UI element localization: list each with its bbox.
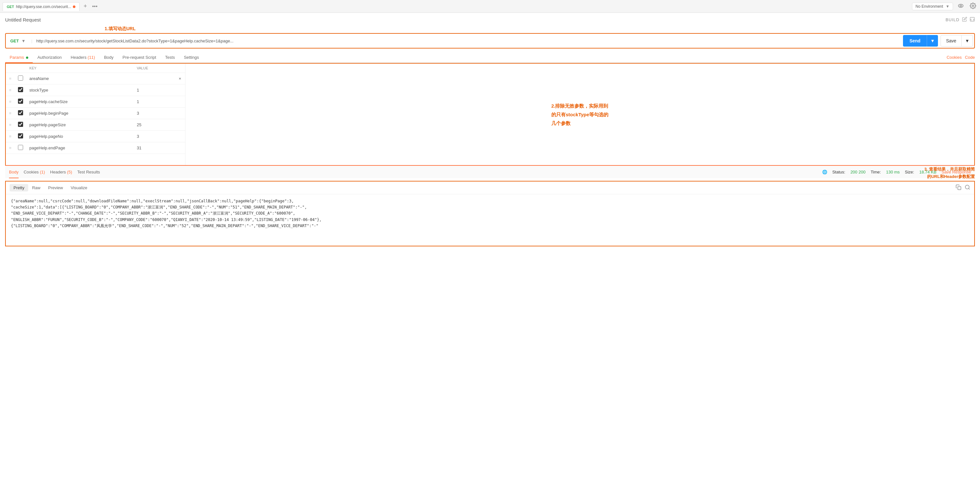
table-row: ≡ areaName × [6,73,185,85]
save-dropdown-arrow[interactable]: ▼ [961,35,973,46]
param-checkbox[interactable] [18,75,23,81]
drag-handle[interactable]: ≡ [6,131,15,142]
send-dropdown-arrow[interactable]: ▼ [927,35,938,46]
param-key[interactable]: pageHelp.cacheSize [26,96,134,108]
param-delete[interactable] [175,142,185,154]
param-checkbox-cell[interactable] [15,142,26,154]
param-value[interactable]: 1 [134,96,175,108]
param-key[interactable]: pageHelp.endPage [26,142,134,154]
tab-body[interactable]: Body [99,53,118,62]
request-title: Untitled Request [5,17,41,22]
resp-tab-body[interactable]: Body [9,168,19,176]
send-button[interactable]: Send ▼ [903,35,938,46]
response-body-tabs: Pretty Raw Preview Visualize [6,182,974,194]
drag-handle[interactable]: ≡ [6,85,15,96]
tab-authorization[interactable]: Authorization [33,53,66,62]
key-header: KEY [26,64,134,73]
svg-point-0 [958,4,963,7]
table-row: ≡ pageHelp.cacheSize 1 [6,96,185,108]
annotation-1: 1.填写动态URL [105,26,980,32]
environment-label: No Environment [915,4,943,9]
param-value[interactable]: 3 [134,131,175,142]
param-key[interactable]: stockType [26,85,134,96]
param-delete[interactable]: × [175,73,185,85]
params-panel: KEY VALUE ≡ areaName × ≡ stockType [6,64,186,165]
search-icon[interactable] [965,184,970,192]
param-checkbox-cell[interactable] [15,85,26,96]
response-body-icons [956,184,970,192]
param-value[interactable]: 1 [134,85,175,96]
request-tab[interactable]: GET http://query.sse.com.cn/securit... [3,2,80,11]
table-row: ≡ stockType 1 [6,85,185,96]
cookies-link[interactable]: Cookies [947,55,962,60]
size-label: Size: [905,169,914,174]
globe-icon: 🌐 [822,169,827,174]
drag-handle[interactable]: ≡ [6,96,15,108]
param-delete[interactable] [175,96,185,108]
resp-tab-cookies[interactable]: Cookies (1) [24,168,45,176]
url-bar: GET ▼ | Send ▼ Save ▼ [5,33,975,48]
save-button[interactable]: Save ▼ [940,35,973,46]
tab-params[interactable]: Params [5,53,33,62]
eye-icon[interactable] [956,1,965,11]
value-header: VALUE [134,64,175,73]
param-value[interactable]: 31 [134,142,175,154]
delete-header [175,64,185,73]
param-delete[interactable] [175,119,185,131]
environment-selector[interactable]: No Environment ▼ [912,3,953,10]
param-checkbox[interactable] [18,122,23,127]
tab-prerequest[interactable]: Pre-request Script [118,53,161,62]
param-checkbox-cell[interactable] [15,96,26,108]
settings-icon[interactable] [969,1,977,11]
response-bar: Body Cookies (1) Headers (5) Test Result… [5,165,975,178]
param-checkbox[interactable] [18,133,23,139]
param-value[interactable] [134,73,175,85]
param-checkbox-cell[interactable] [15,119,26,131]
param-checkbox[interactable] [18,145,23,150]
url-input[interactable] [35,37,900,45]
tab-settings[interactable]: Settings [180,53,204,62]
param-key[interactable]: areaName [26,73,134,85]
status-value: 200 200 [850,169,865,174]
params-table: KEY VALUE ≡ areaName × ≡ stockType [6,64,185,154]
code-link[interactable]: Code [965,55,975,60]
tab-method: GET [7,5,14,9]
copy-icon[interactable] [956,184,961,192]
param-key[interactable]: pageHelp.pageNo [26,131,134,142]
param-delete[interactable] [175,131,185,142]
drag-handle[interactable]: ≡ [6,108,15,119]
rb-tab-preview[interactable]: Preview [44,184,67,192]
drag-header [6,64,15,73]
rb-tab-visualize[interactable]: Visualize [67,184,91,192]
param-key[interactable]: pageHelp.beginPage [26,108,134,119]
drag-handle[interactable]: ≡ [6,119,15,131]
pencil-icon[interactable] [962,17,967,23]
param-delete[interactable] [175,85,185,96]
more-tabs-button[interactable]: ••• [89,2,100,11]
table-row: ≡ pageHelp.beginPage 3 [6,108,185,119]
request-title-bar: Untitled Request BUILD [5,17,975,23]
main-content: Untitled Request BUILD 1.填写动态URL GET ▼ | [0,13,980,250]
param-key[interactable]: pageHelp.pageSize [26,119,134,131]
param-value[interactable]: 3 [134,108,175,119]
tab-headers[interactable]: Headers (11) [66,53,99,62]
param-delete[interactable] [175,108,185,119]
method-select[interactable]: GET ▼ [7,37,29,45]
param-checkbox[interactable] [18,99,23,104]
param-checkbox[interactable] [18,87,23,92]
param-checkbox-cell[interactable] [15,108,26,119]
param-value[interactable]: 25 [134,119,175,131]
rb-tab-raw[interactable]: Raw [28,184,44,192]
tab-tests[interactable]: Tests [161,53,180,62]
save-code-icon[interactable] [970,17,975,23]
param-checkbox-cell[interactable] [15,73,26,85]
add-tab-button[interactable]: + [81,2,89,11]
rb-tab-pretty[interactable]: Pretty [10,184,28,192]
resp-tab-test-results[interactable]: Test Results [77,168,100,176]
resp-tab-headers[interactable]: Headers (5) [50,168,72,176]
table-row: ≡ pageHelp.pageSize 25 [6,119,185,131]
drag-handle[interactable]: ≡ [6,73,15,85]
param-checkbox-cell[interactable] [15,131,26,142]
param-checkbox[interactable] [18,110,23,115]
drag-handle[interactable]: ≡ [6,142,15,154]
